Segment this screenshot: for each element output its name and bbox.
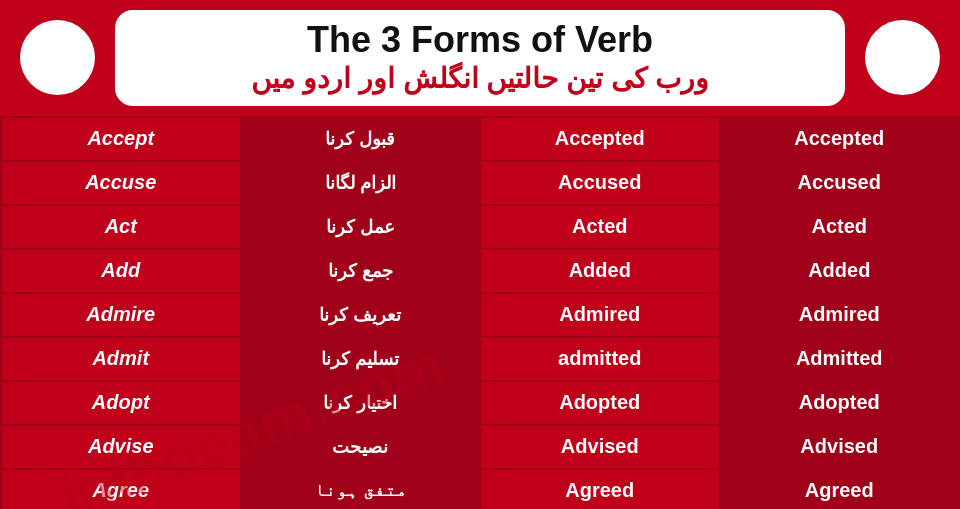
- table-row: Admit تسلیم کرنا admitted Admitted: [1, 337, 959, 381]
- verb-past-participle: Accused: [720, 161, 960, 205]
- verb-past-form: Accepted: [480, 117, 720, 161]
- verb-urdu: اختیار کرنا: [241, 381, 481, 425]
- table-row: Agree متفق ہونا Agreed Agreed: [1, 469, 959, 509]
- verb-forms-table: Accept قبول کرنا Accepted Accepted Accus…: [0, 116, 960, 509]
- verb-urdu: تسلیم کرنا: [241, 337, 481, 381]
- verb-base-form: Advise: [1, 425, 241, 469]
- table-row: Act عمل کرنا Acted Acted: [1, 205, 959, 249]
- verb-base-form: Admire: [1, 293, 241, 337]
- verb-past-form: Acted: [480, 205, 720, 249]
- verb-past-participle: Advised: [720, 425, 960, 469]
- table-row: Advise نصیحت Advised Advised: [1, 425, 959, 469]
- verb-urdu: متفق ہونا: [241, 469, 481, 509]
- verb-base-form: Agree: [1, 469, 241, 509]
- verb-base-form: Act: [1, 205, 241, 249]
- verb-urdu: نصیحت: [241, 425, 481, 469]
- table-row: Accept قبول کرنا Accepted Accepted: [1, 117, 959, 161]
- verb-base-form: Admit: [1, 337, 241, 381]
- verb-past-participle: Admired: [720, 293, 960, 337]
- verb-past-participle: Acted: [720, 205, 960, 249]
- verb-urdu: الزام لگانا: [241, 161, 481, 205]
- verb-urdu: جمع کرنا: [241, 249, 481, 293]
- verb-past-participle: Admitted: [720, 337, 960, 381]
- verb-past-participle: Accepted: [720, 117, 960, 161]
- left-circle-decoration: [20, 20, 95, 95]
- verb-past-form: Agreed: [480, 469, 720, 509]
- table-row: Add جمع کرنا Added Added: [1, 249, 959, 293]
- verb-past-form: Adopted: [480, 381, 720, 425]
- verb-past-participle: Adopted: [720, 381, 960, 425]
- verb-past-form: Advised: [480, 425, 720, 469]
- verb-base-form: Adopt: [1, 381, 241, 425]
- table-row: Accuse الزام لگانا Accused Accused: [1, 161, 959, 205]
- page-header: The 3 Forms of Verb ورب کی تین حالتیں ان…: [0, 0, 960, 116]
- urdu-subtitle: ورب کی تین حالتیں انگلش اور اردو میں: [145, 61, 815, 97]
- table-row: Admire تعریف کرنا Admired Admired: [1, 293, 959, 337]
- verb-past-participle: Added: [720, 249, 960, 293]
- verb-base-form: Add: [1, 249, 241, 293]
- right-circle-decoration: [865, 20, 940, 95]
- verb-past-form: Admired: [480, 293, 720, 337]
- verb-past-form: Accused: [480, 161, 720, 205]
- table-row: Adopt اختیار کرنا Adopted Adopted: [1, 381, 959, 425]
- header-text-box: The 3 Forms of Verb ورب کی تین حالتیں ان…: [115, 10, 845, 106]
- page-title: The 3 Forms of Verb: [145, 18, 815, 61]
- verb-urdu: عمل کرنا: [241, 205, 481, 249]
- verb-base-form: Accuse: [1, 161, 241, 205]
- verb-past-form: Added: [480, 249, 720, 293]
- table-wrapper: jmboeam.com Accept قبول کرنا Accepted Ac…: [0, 116, 960, 509]
- verb-past-form: admitted: [480, 337, 720, 381]
- verb-base-form: Accept: [1, 117, 241, 161]
- verb-urdu: قبول کرنا: [241, 117, 481, 161]
- verb-urdu: تعریف کرنا: [241, 293, 481, 337]
- verb-past-participle: Agreed: [720, 469, 960, 509]
